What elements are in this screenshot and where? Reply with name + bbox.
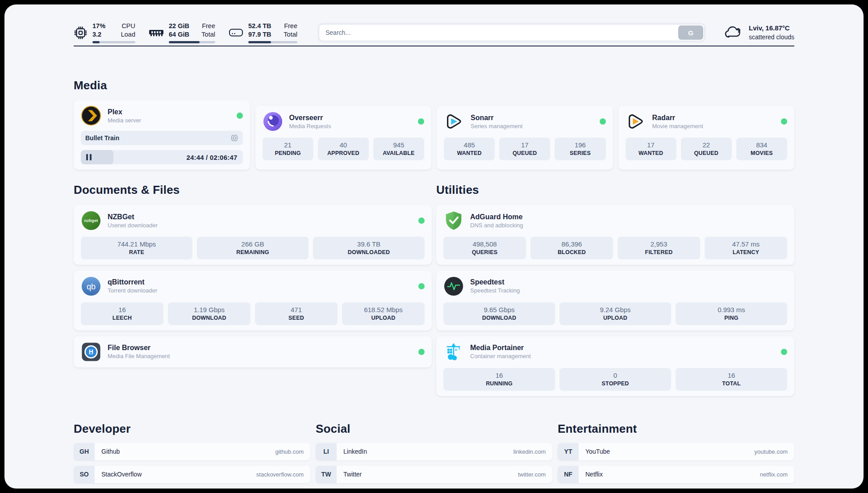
stat-label: DOWNLOAD bbox=[445, 314, 553, 322]
svg-text:nzbget: nzbget bbox=[84, 218, 99, 223]
stat-wanted: 485 WANTED bbox=[444, 138, 495, 160]
bookmark-twitter[interactable]: TW Twitter twitter.com bbox=[316, 466, 552, 483]
app-subtitle: DNS and adblocking bbox=[470, 222, 523, 229]
stat-label: AVAILABLE bbox=[375, 150, 422, 157]
stat-label: SEED bbox=[257, 314, 336, 322]
status-online-dot bbox=[418, 349, 425, 355]
bookmark-name: Github bbox=[95, 443, 120, 460]
memory-progress-bar bbox=[169, 41, 215, 43]
weather-condition: scattered clouds bbox=[749, 33, 794, 42]
app-subtitle: Media server bbox=[108, 117, 141, 124]
media-cards-row: Plex Media server Bullet Train bbox=[74, 100, 794, 170]
disk-label-line2: Total bbox=[284, 30, 297, 39]
app-title: Sonarr bbox=[471, 114, 522, 122]
bookmark-url: netflix.com bbox=[760, 466, 794, 483]
sonarr-app-icon bbox=[444, 111, 464, 132]
stat-value: 47.57 ms bbox=[706, 239, 785, 249]
playback-progress-bar[interactable]: 24:44 / 02:06:47 bbox=[81, 150, 243, 164]
entertainment-column: Entertainment YT YouTube youtube.com NF … bbox=[558, 396, 794, 489]
stat-upload: 618.52 Mbps UPLOAD bbox=[342, 302, 425, 325]
app-card-filebrowser[interactable]: File Browser Media File Management bbox=[74, 336, 432, 368]
stat-value: 16 bbox=[677, 371, 785, 380]
top-bar: 17% 3.2 CPU Load bbox=[74, 4, 794, 46]
stat-label: QUEUED bbox=[683, 150, 730, 157]
disk-free-value: 52.4 TB bbox=[248, 22, 271, 30]
app-card-qbittorrent[interactable]: qb qBittorrent Torrent downloader 16 LEE… bbox=[74, 271, 432, 330]
stat-rate: 744.21 Mbps RATE bbox=[81, 237, 192, 259]
app-card-portainer[interactable]: Media Portainer Container management 16 … bbox=[436, 336, 794, 396]
app-title: NZBGet bbox=[108, 213, 158, 221]
bookmark-abbr: NF bbox=[558, 466, 579, 483]
cpu-percent: 17% bbox=[92, 22, 105, 30]
section-title-utilities: Utilities bbox=[436, 183, 794, 197]
stat-label: RATE bbox=[83, 249, 191, 256]
bookmark-stackoverflow[interactable]: SO StackOverflow stackoverflow.com bbox=[74, 466, 310, 483]
app-card-nzbget[interactable]: nzbget NZBGet Usenet downloader 744.21 M… bbox=[74, 205, 432, 265]
documents-column: Documents & Files nzbget bbox=[74, 170, 432, 368]
stat-label: REMAINING bbox=[199, 249, 307, 256]
status-online-dot bbox=[237, 113, 243, 119]
stat-label: TOTAL bbox=[677, 380, 785, 388]
app-card-sonarr[interactable]: Sonarr Series management 485 WANTED 17 Q… bbox=[437, 106, 613, 170]
pause-icon bbox=[86, 154, 92, 160]
stat-value: 834 bbox=[738, 140, 785, 150]
stat-movies: 834 MOVIES bbox=[736, 138, 787, 160]
app-card-adguard[interactable]: AdGuard Home DNS and adblocking 498,508 … bbox=[436, 205, 794, 265]
app-card-plex[interactable]: Plex Media server Bullet Train bbox=[74, 100, 250, 170]
bookmark-abbr: TW bbox=[316, 466, 337, 483]
stat-label: MOVIES bbox=[738, 150, 785, 157]
bookmark-linkedin[interactable]: LI LinkedIn linkedin.com bbox=[316, 443, 552, 460]
filebrowser-app-icon bbox=[81, 342, 101, 362]
search-input[interactable] bbox=[319, 24, 705, 41]
stat-label: DOWNLOAD bbox=[170, 314, 249, 322]
stat-remaining: 266 GB REMAINING bbox=[197, 237, 309, 259]
search-engine-button[interactable]: G bbox=[678, 25, 703, 40]
bookmark-name: StackOverflow bbox=[95, 466, 142, 483]
stat-value: 39.6 TB bbox=[315, 239, 423, 249]
stat-value: 17 bbox=[501, 140, 548, 150]
bookmark-abbr: LI bbox=[316, 443, 337, 460]
memory-free-value: 22 GiB bbox=[169, 22, 189, 30]
stat-value: 22 bbox=[683, 140, 730, 150]
app-subtitle: Movie management bbox=[652, 123, 703, 130]
stat-pending: 21 PENDING bbox=[263, 138, 313, 160]
app-card-radarr[interactable]: Radarr Movie management 17 WANTED 22 QUE… bbox=[618, 106, 795, 170]
app-card-speedtest[interactable]: Speedtest Speedtest Tracking 9.65 Gbps D… bbox=[436, 271, 794, 330]
bookmark-name: LinkedIn bbox=[337, 443, 367, 460]
stat-value: 618.52 Mbps bbox=[344, 305, 423, 314]
stat-label: LEECH bbox=[83, 314, 162, 322]
ram-icon bbox=[149, 27, 164, 38]
stat-value: 16 bbox=[83, 305, 162, 314]
stat-label: PING bbox=[677, 314, 785, 322]
stat-value: 0.993 ms bbox=[677, 305, 785, 314]
now-playing-row: Bullet Train bbox=[81, 131, 243, 145]
stat-label: DOWNLOADED bbox=[315, 249, 423, 256]
stat-label: QUERIES bbox=[445, 249, 524, 256]
stat-value: 17 bbox=[627, 140, 675, 150]
disk-label-line1: Free bbox=[284, 22, 297, 30]
stat-label: STOPPED bbox=[561, 380, 669, 388]
stat-leech: 16 LEECH bbox=[81, 302, 163, 325]
stat-value: 0 bbox=[561, 371, 669, 380]
stat-label: BLOCKED bbox=[532, 249, 611, 256]
bookmark-github[interactable]: GH Github github.com bbox=[74, 443, 310, 460]
stat-latency: 47.57 ms LATENCY bbox=[705, 237, 787, 259]
bookmark-url: twitter.com bbox=[518, 466, 552, 483]
status-online-dot bbox=[600, 118, 606, 125]
section-title-entertainment: Entertainment bbox=[558, 422, 794, 436]
plex-app-icon bbox=[81, 105, 101, 126]
bookmark-netflix[interactable]: NF Netflix netflix.com bbox=[558, 466, 794, 483]
app-subtitle: Media Requests bbox=[289, 123, 331, 130]
bookmark-youtube[interactable]: YT YouTube youtube.com bbox=[558, 443, 794, 460]
app-title: qBittorrent bbox=[108, 278, 157, 286]
stat-available: 945 AVAILABLE bbox=[373, 138, 424, 160]
stat-value: 196 bbox=[556, 140, 604, 150]
stat-label: WANTED bbox=[627, 150, 675, 157]
app-title: Speedtest bbox=[470, 278, 520, 286]
nzbget-app-icon: nzbget bbox=[81, 210, 101, 231]
stat-value: 266 GB bbox=[199, 239, 307, 249]
portainer-app-icon bbox=[443, 342, 464, 362]
memory-progress-fill bbox=[169, 41, 200, 43]
bookmark-abbr: YT bbox=[558, 443, 579, 460]
app-card-overseerr[interactable]: Overseerr Media Requests 21 PENDING 40 A… bbox=[255, 106, 432, 170]
